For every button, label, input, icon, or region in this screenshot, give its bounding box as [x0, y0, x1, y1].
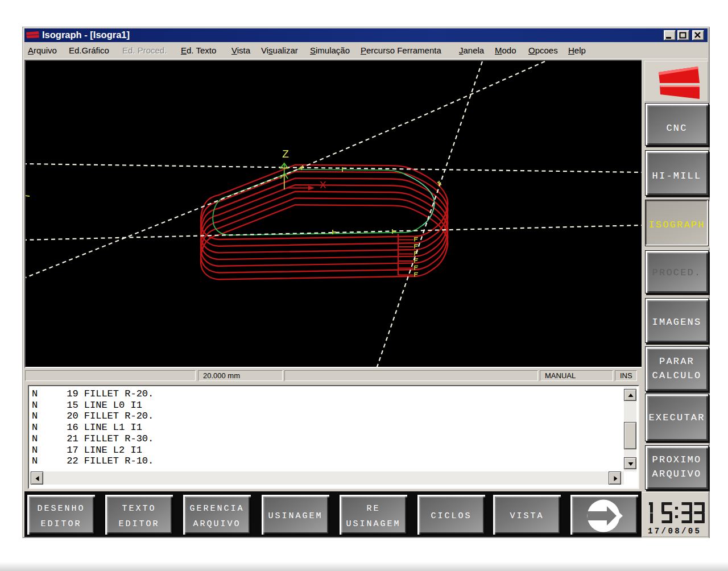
svg-text:Z: Z [282, 148, 289, 161]
svg-text:X: X [320, 179, 326, 192]
